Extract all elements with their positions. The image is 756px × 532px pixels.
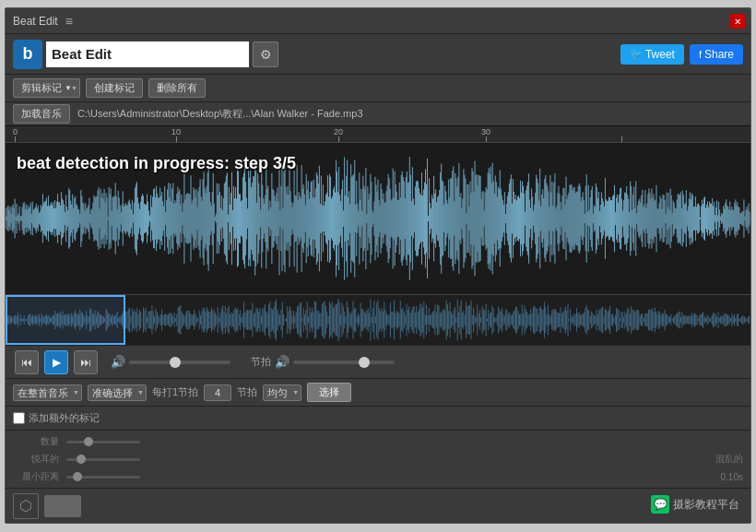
create-marker-button[interactable]: 创建标记 — [86, 78, 143, 98]
extra-marks-label[interactable]: 添加额外的标记 — [13, 411, 100, 425]
beat-section: 节拍 🔊 — [251, 355, 395, 369]
close-button[interactable]: ✕ — [730, 14, 745, 29]
ruler-mark-30: 30 — [481, 128, 490, 142]
min-dist-thumb[interactable] — [73, 472, 82, 481]
toolbar-row: 剪辑标记 ▼ 创建标记 删除所有 — [6, 75, 750, 102]
pleasant-param: 悦耳的 混乱的 — [13, 452, 743, 467]
grey-block[interactable] — [44, 495, 81, 517]
style-select-wrapper: 均匀 — [263, 384, 301, 401]
beat-detection-text: beat detection in progress: step 3/5 — [17, 154, 296, 173]
gear-icon: ⚙ — [260, 47, 272, 62]
pleasant-thumb[interactable] — [77, 455, 86, 464]
ruler-mark-40 — [621, 136, 622, 142]
clip-marker-arrow: ▼ — [65, 84, 72, 92]
main-window: Beat Edit ≡ ✕ b ⚙ 🐦 Tweet f Share 剪辑标记 ▼ — [5, 7, 751, 524]
precision-select[interactable]: 准确选择 — [88, 384, 147, 401]
play-button[interactable]: ▶ — [44, 350, 68, 374]
beat-unit-label: 节拍 — [237, 385, 257, 399]
min-dist-label: 最小距离 — [13, 470, 59, 483]
mini-map-viewport[interactable] — [6, 295, 125, 345]
mode-select[interactable]: 在整首音乐 — [13, 384, 82, 401]
title-bar-text: Beat Edit — [13, 15, 58, 28]
twitter-icon: 🐦 — [630, 48, 643, 60]
ruler-marks: 0 10 20 30 — [9, 126, 747, 142]
logo-box: b — [13, 40, 42, 69]
min-dist-right-label: 0.10s — [721, 472, 743, 482]
cube-icon[interactable]: ⬡ — [13, 493, 39, 519]
title-bar: Beat Edit ≡ ✕ — [6, 8, 750, 34]
rewind-button[interactable]: ⏮ — [15, 350, 39, 374]
mini-map[interactable] — [6, 294, 750, 345]
volume-slider[interactable] — [129, 361, 230, 364]
beats-per-label: 每打1节拍 — [152, 385, 198, 399]
delete-all-button[interactable]: 删除所有 — [148, 78, 206, 98]
pleasant-right-label: 混乱的 — [715, 453, 743, 466]
pleasant-label: 悦耳的 — [13, 453, 59, 466]
options-row: 在整首音乐 准确选择 每打1节拍 节拍 均匀 选择 — [6, 378, 750, 406]
app-title-input[interactable] — [46, 41, 249, 67]
volume-thumb[interactable] — [170, 357, 181, 368]
load-music-button[interactable]: 加载音乐 — [13, 104, 70, 124]
beat-label: 节拍 — [251, 355, 271, 369]
bottom-icons-row: ⬡ — [6, 488, 750, 523]
watermark-text: 摄影教程平台 — [673, 497, 739, 513]
extra-marks-row: 添加额外的标记 — [6, 406, 750, 430]
forward-button[interactable]: ⏭ — [74, 350, 98, 374]
volume-icon: 🔊 — [111, 355, 125, 369]
params-row: 数量 悦耳的 混乱的 最小距离 0.10s — [6, 430, 750, 488]
extra-marks-checkbox[interactable] — [13, 412, 25, 424]
wechat-icon: 💬 — [651, 495, 669, 514]
select-button[interactable]: 选择 — [307, 383, 351, 402]
count-label: 数量 — [13, 435, 59, 448]
timeline-ruler: 0 10 20 30 — [6, 126, 750, 143]
min-dist-param: 最小距离 0.10s — [13, 469, 743, 484]
beat-thumb[interactable] — [359, 357, 370, 368]
tweet-button[interactable]: 🐦 Tweet — [620, 44, 684, 65]
beats-value-input[interactable] — [204, 384, 231, 401]
load-row: 加载音乐 C:\Users\Administrator\Desktop\教程..… — [6, 102, 750, 126]
ruler-mark-0: 0 — [13, 128, 18, 142]
count-param: 数量 — [13, 434, 743, 449]
gear-button[interactable]: ⚙ — [253, 41, 278, 67]
count-thumb[interactable] — [84, 437, 93, 446]
facebook-icon: f — [699, 49, 702, 60]
share-button[interactable]: f Share — [690, 44, 743, 65]
clip-marker-button[interactable]: 剪辑标记 ▼ — [13, 78, 80, 98]
header-row: b ⚙ 🐦 Tweet f Share — [6, 34, 750, 75]
menu-icon[interactable]: ≡ — [65, 14, 73, 29]
file-path: C:\Users\Administrator\Desktop\教程...\Ala… — [77, 107, 363, 121]
beat-slider[interactable] — [293, 361, 395, 364]
precision-select-wrapper: 准确选择 — [88, 384, 147, 401]
volume-section: 🔊 — [111, 355, 230, 369]
mode-select-wrapper: 在整首音乐 — [13, 384, 82, 401]
waveform-area[interactable]: beat detection in progress: step 3/5 — [6, 143, 750, 294]
count-slider[interactable] — [66, 441, 140, 443]
beat-volume-icon: 🔊 — [275, 355, 289, 369]
ruler-mark-20: 20 — [334, 128, 343, 142]
clip-marker-wrapper: 剪辑标记 ▼ — [13, 78, 80, 98]
watermark: 💬 摄影教程平台 — [651, 495, 739, 514]
style-select[interactable]: 均匀 — [263, 384, 301, 401]
ruler-mark-10: 10 — [171, 128, 181, 142]
transport-row: ⏮ ▶ ⏭ 🔊 节拍 🔊 — [6, 345, 750, 378]
min-dist-slider[interactable] — [66, 476, 140, 479]
social-buttons: 🐦 Tweet f Share — [620, 44, 743, 65]
pleasant-slider[interactable] — [66, 458, 140, 461]
